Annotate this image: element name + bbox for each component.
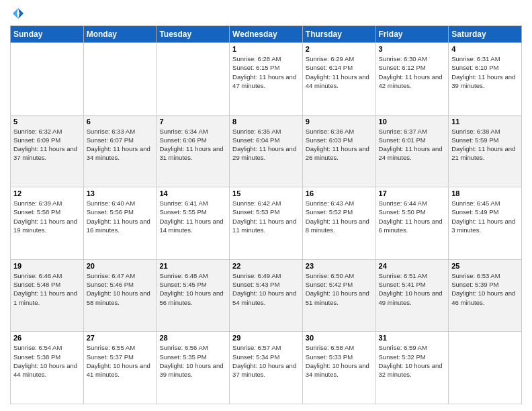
day-number: 12 [13,189,81,197]
page: SundayMondayTuesdayWednesdayThursdayFrid… [0,0,532,411]
day-number: 21 [159,262,226,270]
day-cell: 2Sunrise: 6:29 AMSunset: 6:14 PMDaylight… [302,43,375,116]
day-info: Sunrise: 6:55 AMSunset: 5:37 PMDaylight:… [87,343,154,379]
day-info: Sunrise: 6:50 AMSunset: 5:42 PMDaylight:… [306,271,373,307]
day-number: 29 [232,334,300,342]
day-cell: 22Sunrise: 6:49 AMSunset: 5:43 PMDayligh… [230,259,303,332]
day-number: 22 [232,262,300,270]
day-number: 28 [159,334,226,342]
week-row-2: 5Sunrise: 6:32 AMSunset: 6:09 PMDaylight… [11,115,522,187]
day-number: 4 [451,45,519,53]
day-info: Sunrise: 6:45 AMSunset: 5:49 PMDaylight:… [451,199,519,234]
day-info: Sunrise: 6:44 AMSunset: 5:50 PMDaylight:… [379,199,446,234]
col-header-sunday: Sunday [11,26,84,43]
logo [10,7,25,20]
day-cell: 3Sunrise: 6:30 AMSunset: 6:12 PMDaylight… [375,43,449,116]
day-cell: 19Sunrise: 6:46 AMSunset: 5:48 PMDayligh… [11,259,84,332]
day-number: 3 [379,45,446,53]
day-info: Sunrise: 6:57 AMSunset: 5:34 PMDaylight:… [232,343,300,379]
day-cell: 11Sunrise: 6:38 AMSunset: 5:59 PMDayligh… [449,115,522,187]
day-number: 16 [306,189,373,197]
col-header-wednesday: Wednesday [230,26,303,43]
day-cell: 6Sunrise: 6:33 AMSunset: 6:07 PMDaylight… [83,115,157,187]
day-cell [157,43,230,116]
week-row-1: 1Sunrise: 6:28 AMSunset: 6:15 PMDaylight… [11,43,522,116]
day-number: 23 [306,262,373,270]
day-info: Sunrise: 6:43 AMSunset: 5:52 PMDaylight:… [306,199,373,234]
day-cell: 15Sunrise: 6:42 AMSunset: 5:53 PMDayligh… [230,187,303,260]
day-cell: 24Sunrise: 6:51 AMSunset: 5:41 PMDayligh… [375,259,449,332]
day-cell: 29Sunrise: 6:57 AMSunset: 5:34 PMDayligh… [230,332,303,404]
day-number: 19 [13,262,81,270]
day-info: Sunrise: 6:59 AMSunset: 5:32 PMDaylight:… [379,343,446,379]
day-number: 31 [379,334,446,342]
week-row-4: 19Sunrise: 6:46 AMSunset: 5:48 PMDayligh… [11,259,522,332]
logo-icon [11,7,25,20]
day-cell: 13Sunrise: 6:40 AMSunset: 5:56 PMDayligh… [83,187,157,260]
col-header-monday: Monday [83,26,157,43]
col-header-saturday: Saturday [449,26,522,43]
day-info: Sunrise: 6:29 AMSunset: 6:14 PMDaylight:… [306,54,373,90]
day-number: 25 [451,262,519,270]
day-number: 24 [379,262,446,270]
day-info: Sunrise: 6:53 AMSunset: 5:39 PMDaylight:… [451,271,519,307]
col-header-friday: Friday [375,26,449,43]
day-cell: 30Sunrise: 6:58 AMSunset: 5:33 PMDayligh… [302,332,375,404]
day-cell: 20Sunrise: 6:47 AMSunset: 5:46 PMDayligh… [83,259,157,332]
day-number: 1 [232,45,300,53]
day-cell [449,332,522,404]
day-info: Sunrise: 6:51 AMSunset: 5:41 PMDaylight:… [379,271,446,307]
day-number: 18 [451,189,519,197]
day-info: Sunrise: 6:48 AMSunset: 5:45 PMDaylight:… [159,271,226,307]
day-info: Sunrise: 6:41 AMSunset: 5:55 PMDaylight:… [159,199,226,234]
day-cell: 23Sunrise: 6:50 AMSunset: 5:42 PMDayligh… [302,259,375,332]
day-info: Sunrise: 6:34 AMSunset: 6:06 PMDaylight:… [159,127,226,163]
col-header-tuesday: Tuesday [157,26,230,43]
day-cell: 14Sunrise: 6:41 AMSunset: 5:55 PMDayligh… [157,187,230,260]
col-header-thursday: Thursday [302,26,375,43]
svg-marker-0 [18,8,24,19]
day-info: Sunrise: 6:58 AMSunset: 5:33 PMDaylight:… [306,343,373,379]
day-info: Sunrise: 6:40 AMSunset: 5:56 PMDaylight:… [87,199,154,234]
day-info: Sunrise: 6:30 AMSunset: 6:12 PMDaylight:… [379,54,446,90]
day-info: Sunrise: 6:31 AMSunset: 6:10 PMDaylight:… [451,54,519,90]
day-number: 10 [379,118,446,126]
day-cell: 21Sunrise: 6:48 AMSunset: 5:45 PMDayligh… [157,259,230,332]
day-info: Sunrise: 6:33 AMSunset: 6:07 PMDaylight:… [87,127,154,163]
day-cell: 16Sunrise: 6:43 AMSunset: 5:52 PMDayligh… [302,187,375,260]
day-info: Sunrise: 6:39 AMSunset: 5:58 PMDaylight:… [13,199,81,234]
day-number: 30 [306,334,373,342]
day-cell: 27Sunrise: 6:55 AMSunset: 5:37 PMDayligh… [83,332,157,404]
day-number: 13 [87,189,154,197]
week-row-5: 26Sunrise: 6:54 AMSunset: 5:38 PMDayligh… [11,332,522,404]
calendar: SundayMondayTuesdayWednesdayThursdayFrid… [10,26,522,404]
header-row: SundayMondayTuesdayWednesdayThursdayFrid… [11,26,522,43]
day-number: 17 [379,189,446,197]
svg-marker-1 [13,8,18,19]
day-number: 20 [87,262,154,270]
day-info: Sunrise: 6:36 AMSunset: 6:03 PMDaylight:… [306,127,373,163]
day-number: 15 [232,189,300,197]
day-cell [83,43,157,116]
day-info: Sunrise: 6:35 AMSunset: 6:04 PMDaylight:… [232,127,300,163]
day-info: Sunrise: 6:37 AMSunset: 6:01 PMDaylight:… [379,127,446,163]
day-cell: 5Sunrise: 6:32 AMSunset: 6:09 PMDaylight… [11,115,84,187]
day-cell: 18Sunrise: 6:45 AMSunset: 5:49 PMDayligh… [449,187,522,260]
header [10,7,522,20]
day-cell [11,43,84,116]
day-cell: 17Sunrise: 6:44 AMSunset: 5:50 PMDayligh… [375,187,449,260]
day-cell: 7Sunrise: 6:34 AMSunset: 6:06 PMDaylight… [157,115,230,187]
day-cell: 8Sunrise: 6:35 AMSunset: 6:04 PMDaylight… [230,115,303,187]
day-info: Sunrise: 6:54 AMSunset: 5:38 PMDaylight:… [13,343,81,379]
day-info: Sunrise: 6:46 AMSunset: 5:48 PMDaylight:… [13,271,81,307]
day-cell: 25Sunrise: 6:53 AMSunset: 5:39 PMDayligh… [449,259,522,332]
day-number: 2 [306,45,373,53]
day-info: Sunrise: 6:56 AMSunset: 5:35 PMDaylight:… [159,343,226,379]
day-number: 6 [87,118,154,126]
day-cell: 1Sunrise: 6:28 AMSunset: 6:15 PMDaylight… [230,43,303,116]
day-cell: 26Sunrise: 6:54 AMSunset: 5:38 PMDayligh… [11,332,84,404]
day-number: 9 [306,118,373,126]
day-number: 7 [159,118,226,126]
day-cell: 12Sunrise: 6:39 AMSunset: 5:58 PMDayligh… [11,187,84,260]
day-number: 14 [159,189,226,197]
